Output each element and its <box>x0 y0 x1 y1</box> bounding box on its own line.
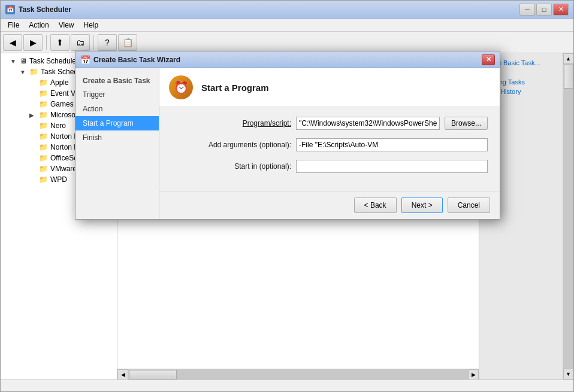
program-label-underline: Program/script: <box>243 119 291 127</box>
wizard-nav-start-program[interactable]: Start a Program <box>75 116 159 130</box>
startin-row: Start in (optional): <box>171 160 488 173</box>
wizard-dialog: 📅 Create Basic Task Wizard ✕ Create a Ba… <box>75 51 500 220</box>
dialog-icon: 📅 <box>80 55 90 65</box>
browse-button[interactable]: Browse... <box>445 117 488 130</box>
program-input[interactable] <box>296 117 440 130</box>
dialog-title-bar: 📅 Create Basic Task Wizard ✕ <box>75 51 500 68</box>
startin-input[interactable] <box>296 160 488 173</box>
wizard-nav-action[interactable]: Action <box>75 102 159 116</box>
back-button[interactable]: < Back <box>354 197 397 213</box>
wizard-page-icon: ⏰ <box>169 75 193 99</box>
wizard-nav: Create a Basic Task Trigger Action Start… <box>75 68 159 219</box>
wizard-nav-heading: Create a Basic Task <box>75 73 159 87</box>
args-label: Add arguments (optional): <box>171 141 291 149</box>
wizard-nav-finish[interactable]: Finish <box>75 130 159 145</box>
next-button[interactable]: Next > <box>401 197 443 213</box>
args-row: Add arguments (optional): <box>171 138 488 151</box>
cancel-button[interactable]: Cancel <box>448 197 490 213</box>
wizard-page-title: Start a Program <box>201 83 269 93</box>
program-row: Program/script: Browse... <box>171 117 488 130</box>
program-label: Program/script: <box>171 119 291 127</box>
wizard-footer: < Back Next > Cancel <box>159 191 500 219</box>
wizard-nav-trigger[interactable]: Trigger <box>75 87 159 102</box>
wizard-page-header: ⏰ Start a Program <box>159 68 500 107</box>
dialog-overlay: 📅 Create Basic Task Wizard ✕ Create a Ba… <box>0 0 574 392</box>
wizard-content: ⏰ Start a Program Program/script: Browse… <box>159 68 500 219</box>
wizard-form: Program/script: Browse... Add arguments … <box>159 107 500 191</box>
dialog-title: Create Basic Task Wizard <box>93 56 482 64</box>
args-input[interactable] <box>296 138 488 151</box>
startin-label: Start in (optional): <box>171 162 291 171</box>
dialog-close-button[interactable]: ✕ <box>482 54 495 65</box>
dialog-body: Create a Basic Task Trigger Action Start… <box>75 68 500 219</box>
